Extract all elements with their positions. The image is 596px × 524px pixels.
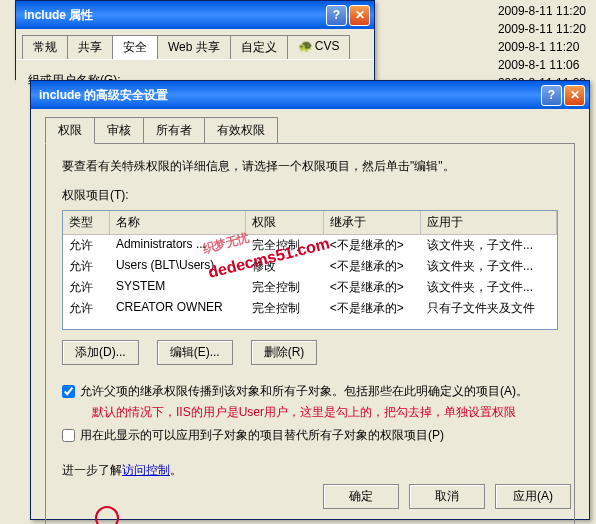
inherit-checkbox-row: 允许父项的继承权限传播到该对象和所有子对象。包括那些在此明确定义的项目(A)。 — [62, 383, 558, 400]
edit-button[interactable]: 编辑(E)... — [157, 340, 233, 365]
table-row[interactable]: 允许Users (BLT\Users)修改<不是继承的>该文件夹，子文件... — [63, 256, 557, 277]
col-inherited[interactable]: 继承于 — [324, 211, 421, 234]
properties-tabs: 常规 共享 安全 Web 共享 自定义 🐢CVS — [22, 35, 368, 59]
close-button[interactable]: ✕ — [349, 5, 370, 26]
add-button[interactable]: 添加(D)... — [62, 340, 139, 365]
col-name[interactable]: 名称 — [110, 211, 246, 234]
col-permission[interactable]: 权限 — [246, 211, 324, 234]
tab-effective[interactable]: 有效权限 — [204, 117, 278, 144]
tab-permissions[interactable]: 权限 — [45, 117, 95, 144]
permissions-panel: 要查看有关特殊权限的详细信息，请选择一个权限项目，然后单击"编辑"。 权限项目(… — [45, 143, 575, 524]
inherit-checkbox[interactable] — [62, 385, 75, 398]
tab-cvs[interactable]: 🐢CVS — [287, 35, 351, 59]
annotation-circle — [95, 506, 119, 524]
info-text: 要查看有关特殊权限的详细信息，请选择一个权限项目，然后单击"编辑"。 — [62, 158, 558, 175]
tab-websharing[interactable]: Web 共享 — [157, 35, 231, 59]
dialog-title: include 属性 — [20, 7, 324, 24]
permission-buttons: 添加(D)... 编辑(E)... 删除(R) — [62, 340, 558, 365]
inherit-label: 允许父项的继承权限传播到该对象和所有子对象。包括那些在此明确定义的项目(A)。 — [80, 383, 528, 400]
titlebar[interactable]: include 属性 ? ✕ — [16, 1, 374, 29]
table-row[interactable]: 允许Administrators ...完全控制<不是继承的>该文件夹，子文件.… — [63, 235, 557, 256]
annotation-note: 默认的情况下，IIS的用户是User用户，这里是勾上的，把勾去掉，单独设置权限 — [92, 404, 558, 421]
cvs-icon: 🐢 — [298, 39, 313, 53]
tab-audit[interactable]: 审核 — [94, 117, 144, 144]
learn-more: 进一步了解访问控制。 — [62, 462, 558, 479]
replace-checkbox[interactable] — [62, 429, 75, 442]
properties-dialog: include 属性 ? ✕ 常规 共享 安全 Web 共享 自定义 🐢CVS … — [15, 0, 375, 80]
permission-items-label: 权限项目(T): — [62, 187, 558, 204]
ok-button[interactable]: 确定 — [323, 484, 399, 509]
titlebar[interactable]: include 的高级安全设置 ? ✕ — [31, 81, 589, 109]
permission-list[interactable]: 类型 名称 权限 继承于 应用于 允许Administrators ...完全控… — [62, 210, 558, 330]
background-timestamps: 2009-8-11 11:202009-8-11 11:202009-8-1 1… — [498, 2, 586, 92]
access-control-link[interactable]: 访问控制 — [122, 463, 170, 477]
advanced-tabs: 权限 审核 所有者 有效权限 — [45, 117, 575, 144]
help-button[interactable]: ? — [541, 85, 562, 106]
tab-owner[interactable]: 所有者 — [143, 117, 205, 144]
replace-label: 用在此显示的可以应用到子对象的项目替代所有子对象的权限项目(P) — [80, 427, 444, 444]
col-type[interactable]: 类型 — [63, 211, 110, 234]
cancel-button[interactable]: 取消 — [409, 484, 485, 509]
apply-button[interactable]: 应用(A) — [495, 484, 571, 509]
tab-security[interactable]: 安全 — [112, 35, 158, 59]
close-button[interactable]: ✕ — [564, 85, 585, 106]
dialog-title: include 的高级安全设置 — [35, 87, 539, 104]
replace-checkbox-row: 用在此显示的可以应用到子对象的项目替代所有子对象的权限项目(P) — [62, 427, 558, 444]
list-header: 类型 名称 权限 继承于 应用于 — [63, 211, 557, 235]
remove-button[interactable]: 删除(R) — [251, 340, 318, 365]
col-applies[interactable]: 应用于 — [421, 211, 557, 234]
table-row[interactable]: 允许SYSTEM完全控制<不是继承的>该文件夹，子文件... — [63, 277, 557, 298]
tab-sharing[interactable]: 共享 — [67, 35, 113, 59]
dialog-footer: 确定 取消 应用(A) — [323, 484, 571, 509]
advanced-security-dialog: include 的高级安全设置 ? ✕ 权限 审核 所有者 有效权限 要查看有关… — [30, 80, 590, 520]
tab-general[interactable]: 常规 — [22, 35, 68, 59]
tab-custom[interactable]: 自定义 — [230, 35, 288, 59]
help-button[interactable]: ? — [326, 5, 347, 26]
table-row[interactable]: 允许CREATOR OWNER完全控制<不是继承的>只有子文件夹及文件 — [63, 298, 557, 319]
